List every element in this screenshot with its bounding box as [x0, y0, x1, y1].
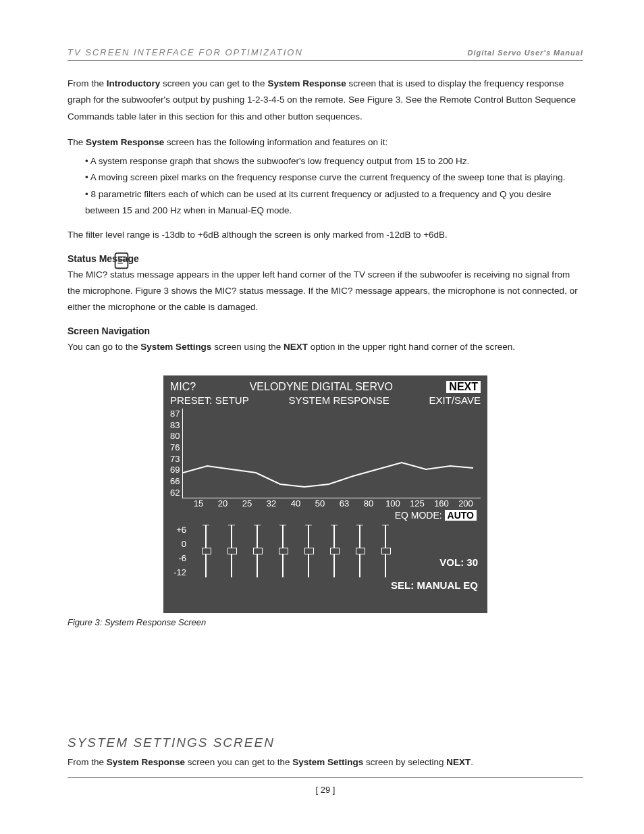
preset-label: PRESET: SETUP	[170, 394, 249, 406]
exit-save-button[interactable]: EXIT/SAVE	[429, 394, 481, 406]
graph-plot	[182, 409, 481, 498]
response-graph: 87 83 80 76 73 69 66 62	[170, 409, 481, 498]
section-title: SYSTEM SETTINGS SCREEN	[68, 735, 583, 750]
intro-paragraph: From the Introductory screen you can get…	[68, 76, 583, 125]
eq-slider[interactable]	[381, 525, 390, 577]
eq-mode-row: EQ MODE: AUTO	[170, 510, 481, 521]
eq-mode-value[interactable]: AUTO	[445, 510, 477, 521]
next-button[interactable]: NEXT	[446, 381, 481, 393]
figure-caption: Figure 3: System Response Screen	[68, 617, 583, 627]
bullet-item: • A moving screen pixel marks on the fre…	[85, 170, 583, 186]
eq-slider[interactable]	[252, 525, 262, 577]
x-axis-labels: 15 20 25 32 40 50 63 80 100 125 160 200	[186, 498, 481, 509]
header-left: TV SCREEN INTERFACE FOR OPTIMIZATION	[68, 47, 303, 57]
eq-slider[interactable]	[355, 525, 365, 577]
volume-readout: VOL: 30	[439, 556, 478, 568]
tv-subtitle: SYSTEM RESPONSE	[289, 394, 390, 406]
status-message-paragraph: The MIC? status message appears in the u…	[68, 267, 583, 316]
y-axis-labels: 87 83 80 76 73 69 66 62	[170, 409, 182, 498]
header-right: Digital Servo User's Manual	[468, 49, 583, 57]
tv-screenshot: MIC? VELODYNE DIGITAL SERVO NEXT PRESET:…	[163, 375, 487, 613]
page-number: [ 29 ]	[68, 785, 583, 795]
features-bullets: • A system response graph that shows the…	[68, 153, 583, 219]
bullet-item: • 8 parametric filters each of which can…	[85, 186, 583, 219]
screen-nav-heading: Screen Navigation	[68, 325, 583, 336]
eq-sliders	[201, 525, 390, 577]
mic-status: MIC?	[170, 381, 196, 393]
eq-slider[interactable]	[329, 525, 339, 577]
screen-nav-paragraph: You can go to the System Settings screen…	[68, 339, 583, 355]
eq-slider[interactable]	[227, 525, 236, 577]
eq-slider[interactable]	[201, 525, 211, 577]
bullet-item: • A system response graph that shows the…	[85, 153, 583, 170]
response-curve	[183, 409, 473, 498]
filter-range-paragraph: The filter level range is -13db to +6dB …	[68, 227, 583, 243]
status-message-heading: Status Message	[68, 253, 583, 264]
selection-readout: SEL: MANUAL EQ	[391, 579, 478, 591]
tv-title: VELODYNE DIGITAL SERVO	[250, 381, 393, 393]
eq-slider[interactable]	[304, 525, 313, 577]
section2-paragraph: From the System Response screen you can …	[68, 754, 583, 771]
note-icon	[111, 251, 132, 271]
features-lead: The System Response screen has the follo…	[68, 134, 583, 151]
footer-rule	[68, 777, 583, 778]
eq-slider[interactable]	[278, 525, 288, 577]
slider-scale-labels: +6 0 -6 -12	[170, 525, 189, 577]
page-header: TV SCREEN INTERFACE FOR OPTIMIZATION Dig…	[68, 47, 583, 61]
svg-rect-0	[115, 253, 128, 268]
